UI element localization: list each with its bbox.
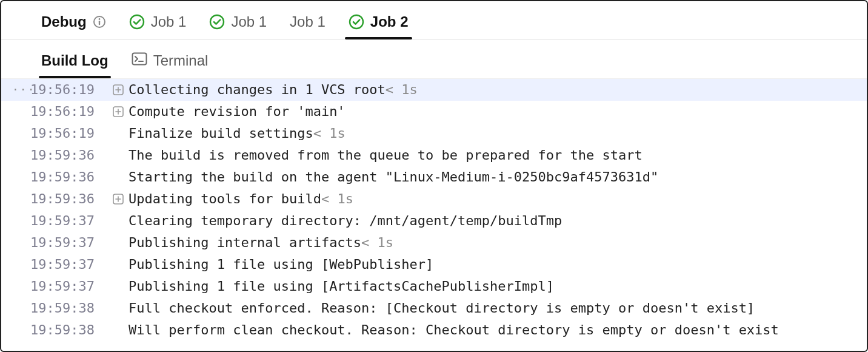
tab-label: Job 1 (231, 13, 267, 30)
tab-label: Job 1 (290, 13, 326, 30)
log-duration: < 1s (313, 123, 346, 144)
tab-job-3[interactable]: Job 2 (347, 10, 410, 39)
log-timestamp: 19:56:19 (30, 79, 108, 101)
subtab-label: Build Log (41, 52, 109, 69)
log-message: Publishing 1 file using [ArtifactsCacheP… (129, 276, 554, 297)
log-message: Publishing 1 file using [WebPublisher] (129, 254, 433, 276)
log-message: Collecting changes in 1 VCS root (129, 79, 386, 101)
log-line[interactable]: 19:59:36The build is removed from the qu… (1, 144, 867, 166)
app-frame: Debug Job 1 (0, 0, 868, 352)
tab-job-1[interactable]: Job 1 (208, 10, 268, 39)
svg-point-4 (210, 15, 224, 29)
log-message: Will perform clean checkout. Reason: Che… (129, 319, 779, 341)
log-line-menu-icon[interactable]: ··· (12, 79, 30, 101)
expand-icon[interactable] (108, 194, 129, 205)
log-timestamp: 19:59:37 (30, 276, 108, 297)
check-circle-icon (349, 14, 364, 30)
log-line[interactable]: 19:59:36Updating tools for build < 1s (1, 188, 867, 210)
log-message: Clearing temporary directory: /mnt/agent… (129, 210, 562, 232)
tabs-row: Debug Job 1 (1, 1, 867, 40)
tab-job-2[interactable]: Job 1 (289, 10, 327, 39)
expand-icon[interactable] (108, 84, 129, 95)
log-message: The build is removed from the queue to b… (129, 144, 643, 166)
terminal-icon (132, 52, 147, 69)
log-line[interactable]: 19:59:37Publishing 1 file using [WebPubl… (1, 254, 867, 276)
log-line[interactable]: 19:59:37Clearing temporary directory: /m… (1, 210, 867, 232)
log-line[interactable]: 19:59:37Publishing 1 file using [Artifac… (1, 276, 867, 297)
log-line[interactable]: 19:59:38Full checkout enforced. Reason: … (1, 297, 867, 319)
svg-rect-6 (132, 53, 146, 64)
build-log: ···19:56:19Collecting changes in 1 VCS r… (1, 79, 867, 351)
subtab-label: Terminal (153, 52, 209, 69)
log-duration: < 1s (361, 232, 393, 254)
info-icon (93, 15, 106, 29)
check-circle-icon (129, 14, 145, 30)
log-timestamp: 19:59:36 (30, 144, 108, 166)
log-timestamp: 19:59:37 (30, 254, 108, 276)
svg-point-1 (98, 18, 100, 20)
log-message: Starting the build on the agent "Linux-M… (129, 166, 658, 188)
log-line[interactable]: 19:56:19Finalize build settings < 1s (1, 123, 867, 144)
log-duration: < 1s (321, 188, 353, 210)
log-timestamp: 19:59:36 (30, 188, 108, 210)
svg-rect-2 (98, 21, 99, 25)
tab-debug[interactable]: Debug (40, 10, 107, 39)
log-message: Compute revision for 'main' (129, 101, 346, 123)
subtab-build-log[interactable]: Build Log (40, 49, 110, 78)
log-timestamp: 19:59:37 (30, 232, 108, 254)
log-line[interactable]: ···19:56:19Collecting changes in 1 VCS r… (1, 79, 867, 101)
log-message: Publishing internal artifacts (129, 232, 361, 254)
tab-debug-label: Debug (41, 13, 87, 30)
svg-point-5 (350, 15, 363, 29)
subtabs-row: Build Log Terminal (1, 40, 867, 79)
tab-label: Job 1 (151, 13, 187, 30)
svg-point-3 (130, 15, 144, 29)
log-timestamp: 19:59:36 (30, 166, 108, 188)
subtab-terminal[interactable]: Terminal (130, 49, 210, 78)
log-line[interactable]: 19:59:37Publishing internal artifacts < … (1, 232, 867, 254)
log-line[interactable]: 19:59:38Will perform clean checkout. Rea… (1, 319, 867, 341)
tab-job-0[interactable]: Job 1 (128, 10, 188, 39)
log-timestamp: 19:56:19 (30, 123, 108, 144)
expand-icon[interactable] (108, 106, 129, 117)
check-circle-icon (209, 14, 225, 30)
tab-label: Job 2 (370, 13, 409, 30)
log-duration: < 1s (386, 79, 418, 101)
log-message: Updating tools for build (129, 188, 321, 210)
log-timestamp: 19:56:19 (30, 101, 108, 123)
log-timestamp: 19:59:37 (30, 210, 108, 232)
log-timestamp: 19:59:38 (30, 297, 108, 319)
log-message: Full checkout enforced. Reason: [Checkou… (129, 297, 755, 319)
log-line[interactable]: 19:56:19Compute revision for 'main' (1, 101, 867, 123)
log-timestamp: 19:59:38 (30, 319, 108, 341)
log-message: Finalize build settings (129, 123, 313, 144)
log-line[interactable]: 19:59:36Starting the build on the agent … (1, 166, 867, 188)
